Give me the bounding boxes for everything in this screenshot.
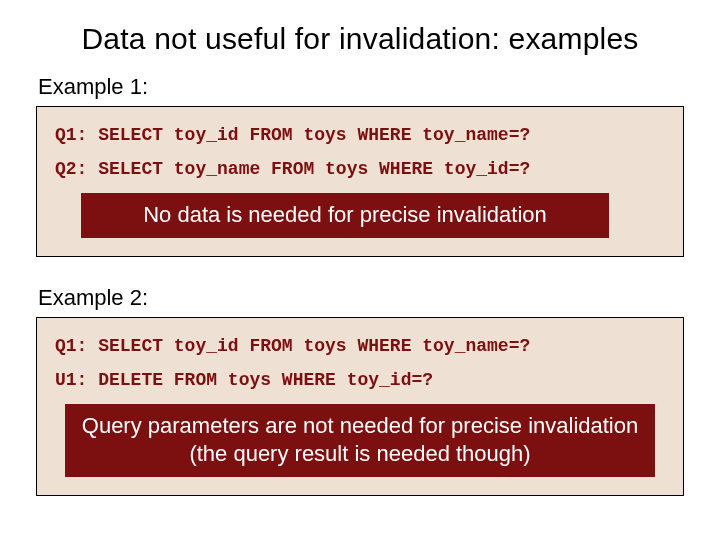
slide: Data not useful for invalidation: exampl…	[0, 0, 720, 540]
example2-label: Example 2:	[38, 285, 684, 311]
example2-panel: Q1: SELECT toy_id FROM toys WHERE toy_na…	[36, 317, 684, 496]
example1-q2: Q2: SELECT toy_name FROM toys WHERE toy_…	[55, 159, 665, 179]
example1-panel: Q1: SELECT toy_id FROM toys WHERE toy_na…	[36, 106, 684, 257]
example2-q1: Q1: SELECT toy_id FROM toys WHERE toy_na…	[55, 336, 665, 356]
example1-label: Example 1:	[38, 74, 684, 100]
slide-title: Data not useful for invalidation: exampl…	[36, 22, 684, 56]
example1-q1: Q1: SELECT toy_id FROM toys WHERE toy_na…	[55, 125, 665, 145]
spacer	[36, 257, 684, 279]
example2-callout: Query parameters are not needed for prec…	[65, 404, 655, 477]
example2-u1: U1: DELETE FROM toys WHERE toy_id=?	[55, 370, 665, 390]
example1-callout: No data is needed for precise invalidati…	[81, 193, 609, 238]
